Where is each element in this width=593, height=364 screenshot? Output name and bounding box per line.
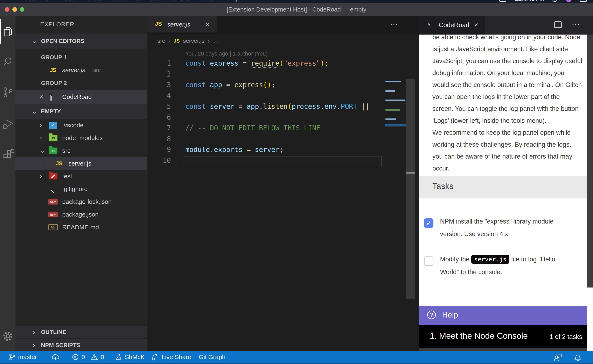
chevron-right-icon: › [40, 172, 42, 180]
explorer-icon[interactable] [0, 19, 15, 44]
tree-item-vscode[interactable]: › ✓ .vscode [15, 119, 147, 132]
open-editor-server-js[interactable]: JS server.js src [15, 64, 147, 77]
markdown-icon: M↓ [48, 224, 58, 230]
open-editors-group2-label: GROUP 2 [15, 77, 147, 90]
lesson-title-bar[interactable]: 1. Meet the Node Console 1 of 2 tasks [419, 325, 587, 348]
menu-item-file[interactable]: File [47, 0, 56, 2]
tree-item-test[interactable]: › test [15, 170, 147, 183]
share-icon [151, 353, 159, 361]
notifications-status[interactable] [574, 351, 582, 363]
editor-group: JS server.js × ⋯ src › JS server.js › … … [147, 16, 419, 351]
menu-item-code[interactable]: Code [24, 0, 38, 2]
webview-scrollbar-thumb[interactable] [587, 35, 593, 287]
feedback-icon [553, 353, 562, 361]
open-editors-header[interactable]: ⌄ OPEN EDITORS [15, 33, 147, 49]
clock-text: Sat 9:40 PM [514, 0, 544, 2]
run-and-debug-icon[interactable] [0, 111, 15, 136]
task-checkbox-unchecked[interactable] [424, 256, 433, 266]
breadcrumb-symbol[interactable]: … [213, 38, 219, 44]
npm-scripts-section-header[interactable]: › NPM SCRIPTS [15, 339, 147, 351]
code-line-3[interactable]: 3const app = express(); [147, 81, 419, 91]
window-title-bar: [Extension Development Host] - CodeRoad … [0, 3, 593, 16]
tab-server-js[interactable]: JS server.js × [147, 16, 217, 32]
siri-icon[interactable] [566, 0, 572, 2]
sidebar-title: EXPLORER [40, 21, 74, 28]
task-item-npm-install: ✓ NPM install the "express" library modu… [419, 215, 587, 248]
vscode-window: CodeFileEditSelectionViewGoRunTerminalWi… [0, 0, 593, 364]
tree-item-src[interactable]: ⌄ </> src [15, 144, 147, 157]
tree-item-readme[interactable]: M↓ README.md [15, 221, 147, 234]
close-icon[interactable]: × [39, 93, 43, 101]
control-center-icon[interactable] [580, 0, 587, 2]
code-line-4[interactable]: 4 [147, 92, 419, 102]
code-line-5[interactable]: 5const server = app.listen(process.env.P… [147, 102, 419, 113]
editor-tab-bar: JS server.js × ⋯ [147, 16, 419, 35]
panel-more-actions-icon[interactable]: ⋯ [572, 20, 580, 29]
src-folder-icon: </> [49, 148, 57, 154]
menu-item-view[interactable]: View [114, 0, 126, 2]
tree-item-node-modules[interactable]: › JS node_modules [15, 132, 147, 144]
help-question-icon: ? [427, 311, 436, 319]
menu-item-edit[interactable]: Edit [64, 0, 74, 2]
live-share-status[interactable]: Live Share [151, 351, 191, 363]
menu-item-run[interactable]: Run [151, 0, 161, 2]
breadcrumb[interactable]: src › JS server.js › … [147, 35, 419, 48]
menu-item-window[interactable]: Window [199, 0, 219, 2]
code-line-6[interactable]: 6 [147, 113, 419, 124]
test-folder-icon [49, 173, 57, 180]
js-file-icon: JS [155, 20, 162, 27]
code-line-7[interactable]: 7// -- DO NOT EDIT BELOW THIS LINE [147, 124, 419, 135]
tree-item-package-json[interactable]: npm package.json [15, 208, 147, 221]
menu-item-help[interactable]: Help [228, 0, 239, 2]
sync-status[interactable] [52, 351, 59, 363]
live-share-account-status[interactable]: ShMcK [115, 351, 145, 363]
problems-status[interactable]: 0 0 [72, 351, 104, 363]
spotlight-icon[interactable] [552, 0, 558, 2]
task-checkbox-checked[interactable]: ✓ [424, 218, 433, 228]
extensions-icon[interactable] [0, 142, 15, 167]
settings-gear-icon[interactable] [0, 324, 15, 349]
js-file-icon: JS [50, 67, 56, 73]
code-line-9[interactable]: 9module.exports = server; [147, 146, 419, 156]
minimap[interactable] [385, 81, 406, 134]
tree-item-package-lock[interactable]: npm package-lock.json [15, 195, 147, 208]
source-control-icon[interactable] [0, 80, 15, 105]
split-editor-icon[interactable] [554, 21, 562, 28]
code-editor[interactable]: You, 20 days ago | 1 author (You) 1const… [147, 48, 419, 351]
workspace-header-empty[interactable]: ⌄ EMPTY [15, 104, 147, 119]
coderoad-webview: be able to check what’s going on in your… [419, 35, 593, 351]
webview-scrollbar[interactable] [587, 35, 593, 351]
editor-vertical-scrollbar[interactable] [406, 79, 415, 299]
explorer-sidebar: EXPLORER ⌄ OPEN EDITORS GROUP 1 JS serve… [15, 16, 147, 351]
git-branch-status[interactable]: master [8, 351, 37, 363]
tab-coderoad[interactable]: CodeRoad × [419, 16, 485, 35]
breadcrumb-src[interactable]: src [157, 38, 165, 44]
code-line-2[interactable]: 2 [147, 70, 419, 81]
menu-item-terminal[interactable]: Terminal [170, 0, 191, 2]
file-icon [428, 21, 430, 25]
tree-item-gitignore[interactable]: .gitignore [15, 183, 147, 195]
js-file-icon: JS [173, 38, 180, 44]
code-line-8[interactable]: 8 [147, 135, 419, 146]
open-editor-coderoad[interactable]: × CodeRoad [15, 90, 147, 104]
menu-item-selection[interactable]: Selection [83, 0, 106, 2]
breadcrumb-server-js[interactable]: server.js [183, 38, 205, 44]
code-line-1[interactable]: 1const express = require("express"); [147, 59, 419, 70]
menu-item-go[interactable]: Go [135, 0, 142, 2]
code-line-10[interactable]: 10 [147, 156, 419, 167]
feedback-status[interactable] [553, 351, 562, 363]
tree-item-server-js[interactable]: JS server.js [15, 157, 147, 170]
gitlens-blame-annotation: You, 20 days ago | 1 author (You) [185, 51, 268, 57]
close-tab-icon[interactable]: × [206, 20, 209, 28]
help-bar[interactable]: ? Help [419, 306, 587, 325]
git-branch-icon [8, 353, 16, 361]
next-section-peek [419, 348, 587, 351]
warnings-icon [90, 353, 98, 361]
git-graph-status[interactable]: Git Graph [199, 351, 226, 363]
search-icon[interactable] [0, 49, 15, 74]
outline-section-header[interactable]: › OUTLINE [15, 325, 147, 338]
close-tab-icon[interactable]: × [474, 21, 478, 29]
editor-more-actions-icon[interactable]: ⋯ [390, 20, 398, 29]
macos-menu-bar: CodeFileEditSelectionViewGoRunTerminalWi… [0, 0, 593, 3]
vscode-folder-icon: ✓ [49, 122, 57, 129]
